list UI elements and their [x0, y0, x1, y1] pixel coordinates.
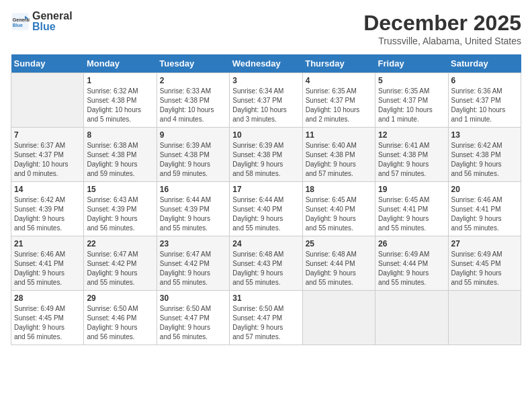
day-number: 13 — [451, 130, 518, 140]
calendar-cell: 13Sunrise: 6:42 AM Sunset: 4:38 PM Dayli… — [448, 128, 521, 182]
day-number: 24 — [232, 239, 299, 248]
title-area: December 2025 Trussville, Alabama, Unite… — [363, 11, 521, 46]
day-info: Sunrise: 6:42 AM Sunset: 4:39 PM Dayligh… — [14, 195, 81, 233]
calendar-cell: 17Sunrise: 6:44 AM Sunset: 4:40 PM Dayli… — [230, 182, 302, 236]
day-info: Sunrise: 6:35 AM Sunset: 4:37 PM Dayligh… — [306, 87, 372, 124]
day-info: Sunrise: 6:47 AM Sunset: 4:42 PM Dayligh… — [160, 250, 226, 287]
calendar-cell: 8Sunrise: 6:38 AM Sunset: 4:38 PM Daylig… — [84, 128, 157, 182]
calendar-cell: 27Sunrise: 6:49 AM Sunset: 4:45 PM Dayli… — [448, 236, 521, 291]
day-number: 11 — [306, 130, 372, 140]
day-number: 26 — [378, 239, 445, 248]
calendar-cell: 20Sunrise: 6:46 AM Sunset: 4:41 PM Dayli… — [448, 182, 521, 236]
day-info: Sunrise: 6:48 AM Sunset: 4:44 PM Dayligh… — [306, 250, 372, 287]
day-info: Sunrise: 6:45 AM Sunset: 4:40 PM Dayligh… — [306, 195, 372, 233]
col-header-thursday: Thursday — [302, 54, 375, 73]
logo-general-text: General — [32, 10, 73, 21]
calendar-cell: 19Sunrise: 6:45 AM Sunset: 4:41 PM Dayli… — [375, 182, 448, 236]
day-number: 5 — [378, 76, 445, 85]
day-info: Sunrise: 6:34 AM Sunset: 4:37 PM Dayligh… — [232, 87, 299, 124]
logo-icon: General Blue — [11, 12, 30, 31]
day-number: 27 — [451, 239, 518, 248]
calendar-cell: 21Sunrise: 6:46 AM Sunset: 4:41 PM Dayli… — [11, 236, 84, 291]
col-header-friday: Friday — [375, 54, 448, 73]
day-info: Sunrise: 6:43 AM Sunset: 4:39 PM Dayligh… — [87, 195, 153, 233]
day-info: Sunrise: 6:49 AM Sunset: 4:44 PM Dayligh… — [378, 250, 445, 287]
col-header-monday: Monday — [84, 54, 157, 73]
calendar-cell: 12Sunrise: 6:41 AM Sunset: 4:38 PM Dayli… — [375, 128, 448, 182]
day-number: 29 — [87, 293, 153, 303]
calendar-week-3: 14Sunrise: 6:42 AM Sunset: 4:39 PM Dayli… — [11, 182, 521, 236]
logo-blue-text: Blue — [32, 21, 56, 32]
day-number: 10 — [232, 130, 299, 140]
day-info: Sunrise: 6:48 AM Sunset: 4:43 PM Dayligh… — [232, 250, 299, 287]
day-info: Sunrise: 6:35 AM Sunset: 4:37 PM Dayligh… — [378, 87, 445, 124]
calendar-week-4: 21Sunrise: 6:46 AM Sunset: 4:41 PM Dayli… — [11, 236, 521, 291]
day-number: 23 — [160, 239, 226, 248]
col-header-tuesday: Tuesday — [157, 54, 229, 73]
day-number: 18 — [306, 185, 372, 194]
calendar-cell: 9Sunrise: 6:39 AM Sunset: 4:38 PM Daylig… — [157, 128, 229, 182]
day-info: Sunrise: 6:45 AM Sunset: 4:41 PM Dayligh… — [378, 195, 445, 233]
day-info: Sunrise: 6:36 AM Sunset: 4:37 PM Dayligh… — [451, 87, 518, 124]
day-number: 1 — [87, 76, 153, 85]
day-number: 22 — [87, 239, 153, 248]
logo: General Blue General Blue — [11, 11, 73, 32]
calendar-week-1: 1Sunrise: 6:32 AM Sunset: 4:38 PM Daylig… — [11, 73, 521, 128]
day-number: 7 — [14, 130, 81, 140]
calendar-cell: 30Sunrise: 6:50 AM Sunset: 4:47 PM Dayli… — [157, 291, 229, 345]
calendar-cell: 29Sunrise: 6:50 AM Sunset: 4:46 PM Dayli… — [84, 291, 157, 345]
calendar-week-5: 28Sunrise: 6:49 AM Sunset: 4:45 PM Dayli… — [11, 291, 521, 345]
day-number: 4 — [306, 76, 372, 85]
day-info: Sunrise: 6:38 AM Sunset: 4:38 PM Dayligh… — [87, 141, 153, 179]
day-number: 15 — [87, 185, 153, 194]
day-info: Sunrise: 6:39 AM Sunset: 4:38 PM Dayligh… — [160, 141, 226, 179]
day-info: Sunrise: 6:37 AM Sunset: 4:37 PM Dayligh… — [14, 141, 81, 179]
calendar-cell: 3Sunrise: 6:34 AM Sunset: 4:37 PM Daylig… — [230, 73, 302, 128]
calendar-header-row: SundayMondayTuesdayWednesdayThursdayFrid… — [11, 54, 521, 73]
day-info: Sunrise: 6:39 AM Sunset: 4:38 PM Dayligh… — [232, 141, 299, 179]
calendar-cell — [11, 73, 84, 128]
day-number: 9 — [160, 130, 226, 140]
day-info: Sunrise: 6:44 AM Sunset: 4:39 PM Dayligh… — [160, 195, 226, 233]
day-info: Sunrise: 6:46 AM Sunset: 4:41 PM Dayligh… — [14, 250, 81, 287]
day-number: 6 — [451, 76, 518, 85]
day-info: Sunrise: 6:42 AM Sunset: 4:38 PM Dayligh… — [451, 141, 518, 179]
page-header: General Blue General Blue December 2025 … — [11, 11, 521, 46]
day-number: 30 — [160, 293, 226, 303]
day-info: Sunrise: 6:46 AM Sunset: 4:41 PM Dayligh… — [451, 195, 518, 233]
day-number: 20 — [451, 185, 518, 194]
calendar-week-2: 7Sunrise: 6:37 AM Sunset: 4:37 PM Daylig… — [11, 128, 521, 182]
day-info: Sunrise: 6:49 AM Sunset: 4:45 PM Dayligh… — [451, 250, 518, 287]
col-header-sunday: Sunday — [11, 54, 84, 73]
calendar-cell: 5Sunrise: 6:35 AM Sunset: 4:37 PM Daylig… — [375, 73, 448, 128]
calendar-cell: 1Sunrise: 6:32 AM Sunset: 4:38 PM Daylig… — [84, 73, 157, 128]
col-header-wednesday: Wednesday — [230, 54, 302, 73]
day-number: 17 — [232, 185, 299, 194]
day-number: 12 — [378, 130, 445, 140]
day-info: Sunrise: 6:40 AM Sunset: 4:38 PM Dayligh… — [306, 141, 372, 179]
day-info: Sunrise: 6:41 AM Sunset: 4:38 PM Dayligh… — [378, 141, 445, 179]
day-info: Sunrise: 6:44 AM Sunset: 4:40 PM Dayligh… — [232, 195, 299, 233]
calendar-cell: 18Sunrise: 6:45 AM Sunset: 4:40 PM Dayli… — [302, 182, 375, 236]
day-info: Sunrise: 6:50 AM Sunset: 4:47 PM Dayligh… — [232, 304, 299, 342]
calendar-cell: 24Sunrise: 6:48 AM Sunset: 4:43 PM Dayli… — [230, 236, 302, 291]
calendar-cell: 22Sunrise: 6:47 AM Sunset: 4:42 PM Dayli… — [84, 236, 157, 291]
calendar-cell: 23Sunrise: 6:47 AM Sunset: 4:42 PM Dayli… — [157, 236, 229, 291]
svg-text:Blue: Blue — [13, 23, 23, 28]
calendar-cell — [375, 291, 448, 345]
calendar-cell: 14Sunrise: 6:42 AM Sunset: 4:39 PM Dayli… — [11, 182, 84, 236]
calendar-cell: 10Sunrise: 6:39 AM Sunset: 4:38 PM Dayli… — [230, 128, 302, 182]
day-number: 2 — [160, 76, 226, 85]
calendar-cell: 2Sunrise: 6:33 AM Sunset: 4:38 PM Daylig… — [157, 73, 229, 128]
day-info: Sunrise: 6:33 AM Sunset: 4:38 PM Dayligh… — [160, 87, 226, 124]
calendar-cell: 11Sunrise: 6:40 AM Sunset: 4:38 PM Dayli… — [302, 128, 375, 182]
calendar-cell: 16Sunrise: 6:44 AM Sunset: 4:39 PM Dayli… — [157, 182, 229, 236]
day-number: 31 — [232, 293, 299, 303]
calendar-cell: 26Sunrise: 6:49 AM Sunset: 4:44 PM Dayli… — [375, 236, 448, 291]
calendar-cell — [302, 291, 375, 345]
calendar-cell: 31Sunrise: 6:50 AM Sunset: 4:47 PM Dayli… — [230, 291, 302, 345]
calendar-cell: 15Sunrise: 6:43 AM Sunset: 4:39 PM Dayli… — [84, 182, 157, 236]
day-number: 16 — [160, 185, 226, 194]
calendar-cell: 25Sunrise: 6:48 AM Sunset: 4:44 PM Dayli… — [302, 236, 375, 291]
calendar-cell: 28Sunrise: 6:49 AM Sunset: 4:45 PM Dayli… — [11, 291, 84, 345]
